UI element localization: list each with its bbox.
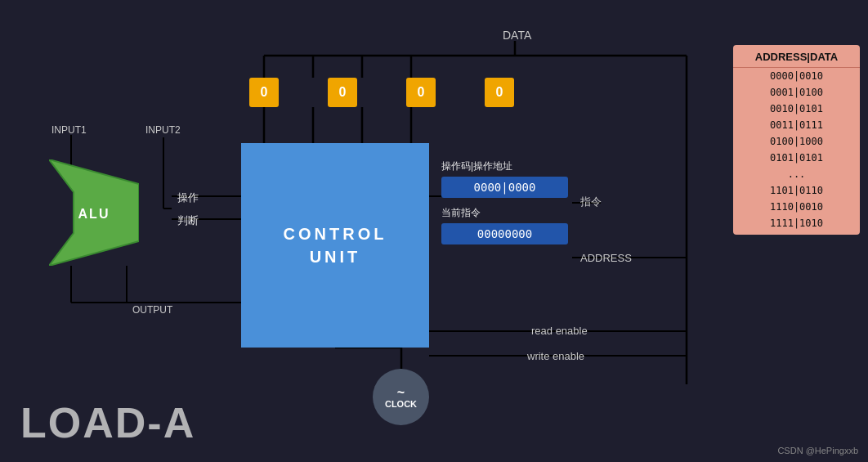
- cpu-diagram: DATA 0 0 0 0 INPUT1 INPUT2 ALU 操作 判断 OUT…: [0, 0, 868, 462]
- instruction-label: 指令: [580, 195, 602, 209]
- memory-row-8: 1110|0010: [733, 199, 860, 215]
- instruction-register-area: 操作码|操作地址 0000|0000 当前指令 00000000: [441, 159, 568, 244]
- write-enable-label: write enable: [527, 350, 584, 362]
- clock-unit: ~ CLOCK: [373, 369, 429, 425]
- clock-label: CLOCK: [385, 399, 417, 409]
- data-label: DATA: [503, 29, 531, 42]
- clock-symbol: ~: [397, 386, 405, 399]
- svg-marker-34: [49, 159, 139, 266]
- input1-label: INPUT1: [51, 124, 87, 136]
- memory-row-0: 0000|0010: [733, 68, 860, 84]
- alu-shape: [49, 159, 139, 266]
- memory-row-9: 1111|1010: [733, 215, 860, 231]
- ir-value: 0000|0000: [441, 177, 568, 198]
- memory-table: ADDRESS|DATA 0000|0010 0001|0100 0010|01…: [733, 45, 860, 235]
- judge-label: 判断: [177, 213, 199, 228]
- alu-unit: ALU: [49, 159, 139, 269]
- memory-header: ADDRESS|DATA: [733, 48, 860, 68]
- memory-row-3: 0011|0111: [733, 117, 860, 133]
- memory-row-ellipsis: ...: [733, 166, 860, 182]
- memory-row-4: 0100|1000: [733, 133, 860, 150]
- address-label: ADDRESS: [580, 252, 632, 264]
- current-instruction-label: 当前指令: [441, 206, 568, 220]
- data-box-1: 0: [328, 78, 357, 107]
- data-box-2: 0: [406, 78, 436, 107]
- pc-value: 00000000: [441, 223, 568, 244]
- instruction-name: LOAD-A: [20, 398, 195, 447]
- output-label: OUTPUT: [132, 304, 172, 316]
- memory-row-5: 0101|0101: [733, 150, 860, 166]
- control-unit-label: CONTROL UNIT: [284, 222, 387, 268]
- memory-row-7: 1101|0110: [733, 182, 860, 199]
- data-box-3: 0: [485, 78, 514, 107]
- operation-label: 操作: [177, 191, 199, 205]
- control-unit: CONTROL UNIT: [241, 143, 429, 348]
- read-enable-label: read enable: [531, 325, 588, 337]
- input2-label: INPUT2: [145, 124, 181, 136]
- credit-text: CSDN @HePingxxb: [777, 446, 858, 455]
- operation-code-label: 操作码|操作地址: [441, 159, 568, 173]
- memory-row-2: 0010|0101: [733, 101, 860, 117]
- data-boxes-row: 0 0 0 0: [249, 78, 514, 107]
- memory-row-1: 0001|0100: [733, 84, 860, 101]
- data-box-0: 0: [249, 78, 279, 107]
